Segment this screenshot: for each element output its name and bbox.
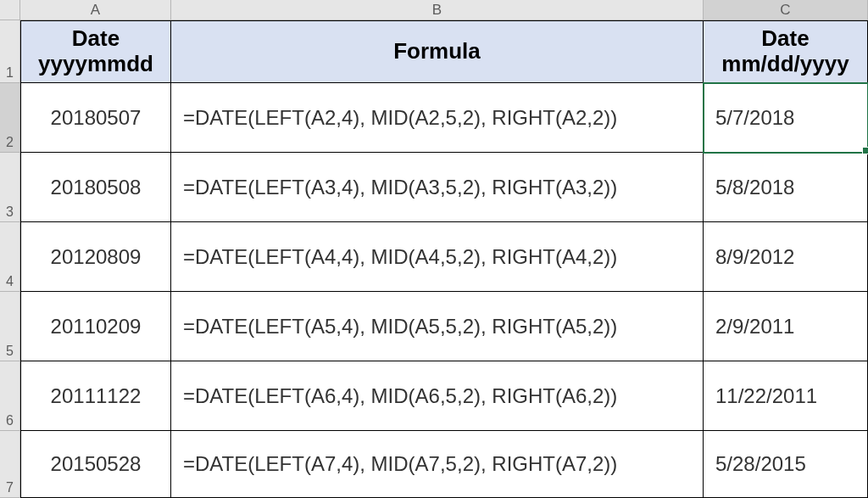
header-cell-A1[interactable]: Date yyyymmdd [20,20,171,83]
spreadsheet-grid[interactable]: A B C 1 Date yyyymmdd Formula Date mm/dd… [0,0,868,498]
cell-A4[interactable]: 20120809 [20,222,171,292]
row-head-3[interactable]: 3 [0,153,20,222]
col-head-B[interactable]: B [171,0,704,20]
cell-B5[interactable]: =DATE(LEFT(A5,4), MID(A5,5,2), RIGHT(A5,… [171,292,704,361]
cell-C2[interactable]: 5/7/2018 [704,83,868,153]
cell-C6[interactable]: 11/22/2011 [704,361,868,431]
cell-A5[interactable]: 20110209 [20,292,171,361]
cell-A7[interactable]: 20150528 [20,431,171,498]
row-head-2[interactable]: 2 [0,83,20,153]
col-head-A[interactable]: A [20,0,171,20]
cell-A3[interactable]: 20180508 [20,153,171,222]
cell-C7[interactable]: 5/28/2015 [704,431,868,498]
cell-B6[interactable]: =DATE(LEFT(A6,4), MID(A6,5,2), RIGHT(A6,… [171,361,704,431]
row-head-5[interactable]: 5 [0,292,20,361]
row-head-1[interactable]: 1 [0,20,20,83]
header-cell-B1[interactable]: Formula [171,20,704,83]
cell-B3[interactable]: =DATE(LEFT(A3,4), MID(A3,5,2), RIGHT(A3,… [171,153,704,222]
row-head-6[interactable]: 6 [0,361,20,431]
cell-A2[interactable]: 20180507 [20,83,171,153]
header-C-text: Date mm/dd/yyyy [721,26,849,77]
header-cell-C1[interactable]: Date mm/dd/yyyy [704,20,868,83]
cell-C3[interactable]: 5/8/2018 [704,153,868,222]
header-A-text: Date yyyymmdd [38,26,153,77]
row-head-4[interactable]: 4 [0,222,20,292]
cell-B7[interactable]: =DATE(LEFT(A7,4), MID(A7,5,2), RIGHT(A7,… [171,431,704,498]
cell-C4[interactable]: 8/9/2012 [704,222,868,292]
cell-C5[interactable]: 2/9/2011 [704,292,868,361]
cell-A6[interactable]: 20111122 [20,361,171,431]
header-B-text: Formula [393,39,481,64]
select-all-corner[interactable] [0,0,20,20]
cell-B2[interactable]: =DATE(LEFT(A2,4), MID(A2,5,2), RIGHT(A2,… [171,83,704,153]
cell-B4[interactable]: =DATE(LEFT(A4,4), MID(A4,5,2), RIGHT(A4,… [171,222,704,292]
col-head-C[interactable]: C [704,0,868,20]
row-head-7[interactable]: 7 [0,431,20,498]
